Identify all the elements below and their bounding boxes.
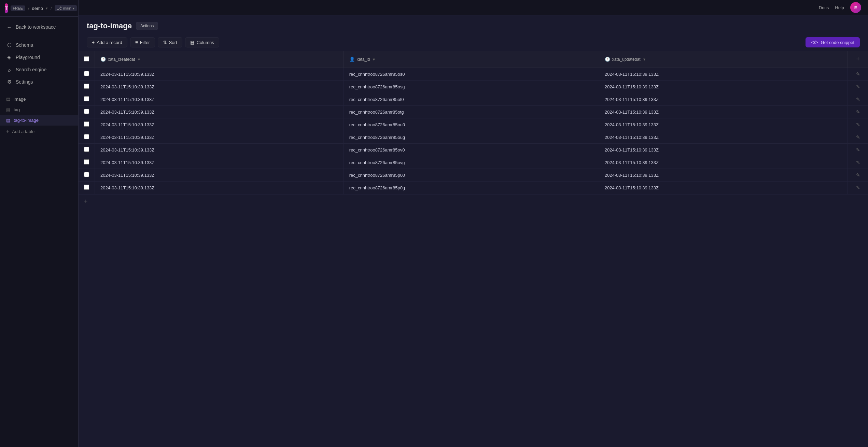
data-table-container: 🕐 xata_createdat ▼ 👤 xata_id ▼: [79, 51, 868, 447]
page-title: tag-to-image: [87, 21, 132, 30]
row-checkbox-5[interactable]: [84, 134, 89, 139]
table-icon: ▤: [6, 118, 10, 123]
branch-chevron: ▾: [73, 6, 74, 10]
sidebar-item-schema[interactable]: ⬡ Schema: [0, 39, 78, 51]
playground-icon: ◈: [6, 54, 12, 60]
sidebar-item-playground[interactable]: ◈ Playground: [0, 51, 78, 63]
divider2: [0, 91, 78, 91]
table-row: 2024-03-11T15:10:39.133Z rec_cnnhtroo872…: [79, 182, 868, 194]
row-checkbox-9[interactable]: [84, 185, 89, 190]
row-checkbox-2[interactable]: [84, 96, 89, 101]
branch-tag[interactable]: ⎇ main ▾: [55, 5, 77, 11]
cell-createdat-9: 2024-03-11T15:10:39.133Z: [95, 182, 344, 194]
edit-icon-7[interactable]: ✎: [856, 160, 860, 165]
row-checkbox-cell: [79, 156, 95, 169]
filter-icon: ≡: [135, 40, 138, 45]
edit-icon-3[interactable]: ✎: [856, 109, 860, 115]
updatedat-type-icon: 🕐: [605, 57, 610, 62]
cell-createdat-3: 2024-03-11T15:10:39.133Z: [95, 106, 344, 118]
tier-badge: FREE: [11, 5, 25, 11]
settings-icon: ⚙: [6, 79, 12, 85]
get-code-button[interactable]: </> Get code snippet: [806, 37, 860, 47]
col-updatedat-label: xata_updatedat: [612, 57, 641, 62]
project-chevron[interactable]: ▾: [46, 6, 48, 11]
row-checkbox-7[interactable]: [84, 159, 89, 164]
cell-updatedat-6: 2024-03-11T15:10:39.133Z: [599, 144, 848, 156]
row-checkbox-cell: [79, 182, 95, 194]
table-icon: ▤: [6, 107, 10, 112]
row-checkbox-0[interactable]: [84, 71, 89, 76]
row-checkbox-cell: [79, 169, 95, 182]
table-list: ▤image▤tag▤tag-to-image: [0, 94, 78, 126]
row-checkbox-3[interactable]: [84, 109, 89, 114]
col-id-label: xata_id: [357, 57, 370, 62]
schema-label: Schema: [16, 42, 33, 48]
updatedat-sort-icon[interactable]: ▼: [642, 57, 646, 61]
cell-edit-0: ✎: [848, 68, 868, 81]
sidebar-table-item-tag-to-image[interactable]: ▤tag-to-image: [0, 115, 78, 126]
col-header-updatedat: 🕐 xata_updatedat ▼: [599, 51, 848, 68]
cell-updatedat-4: 2024-03-11T15:10:39.133Z: [599, 118, 848, 131]
edit-icon-5[interactable]: ✎: [856, 134, 860, 140]
cell-createdat-0: 2024-03-11T15:10:39.133Z: [95, 68, 344, 81]
cell-createdat-7: 2024-03-11T15:10:39.133Z: [95, 156, 344, 169]
edit-icon-9[interactable]: ✎: [856, 185, 860, 190]
edit-icon-8[interactable]: ✎: [856, 172, 860, 178]
sort-button[interactable]: ⇅ Sort: [158, 37, 182, 47]
sidebar-table-item-image[interactable]: ▤image: [0, 94, 78, 104]
sidebar-item-search-engine[interactable]: ⌕ Search engine: [0, 63, 78, 76]
table-row: 2024-03-11T15:10:39.133Z rec_cnnhtroo872…: [79, 106, 868, 118]
row-checkbox-8[interactable]: [84, 172, 89, 177]
edit-icon-0[interactable]: ✎: [856, 71, 860, 77]
cell-edit-2: ✎: [848, 93, 868, 106]
cell-createdat-6: 2024-03-11T15:10:39.133Z: [95, 144, 344, 156]
createdat-type-icon: 🕐: [100, 57, 106, 62]
avatar[interactable]: E: [850, 2, 861, 13]
add-table-label: Add a table: [12, 129, 34, 134]
sidebar-topbar: T FREE / demo ▾ / ⎇ main ▾: [0, 0, 78, 17]
back-label: Back to workspace: [16, 24, 56, 30]
row-checkbox-cell: [79, 131, 95, 144]
id-sort-icon[interactable]: ▼: [372, 57, 376, 61]
logo-icon: T: [5, 3, 8, 13]
row-checkbox-6[interactable]: [84, 147, 89, 152]
add-table-button[interactable]: + Add a table: [0, 126, 78, 137]
sidebar-nav: ← Back to workspace ⬡ Schema ◈ Playgroun…: [0, 17, 78, 141]
cell-id-0: rec_cnnhtroo8726amr85os0: [344, 68, 599, 81]
row-checkbox-4[interactable]: [84, 121, 89, 127]
add-record-button[interactable]: + Add a record: [87, 37, 127, 47]
sidebar-item-back[interactable]: ← Back to workspace: [0, 21, 78, 33]
add-record-label: Add a record: [97, 40, 122, 45]
cell-edit-4: ✎: [848, 118, 868, 131]
col-header-add: +: [848, 51, 868, 68]
columns-button[interactable]: ▦ Columns: [185, 37, 219, 47]
table-label: tag-to-image: [14, 118, 39, 123]
edit-icon-4[interactable]: ✎: [856, 122, 860, 127]
divider1: [0, 36, 78, 36]
col-header-id: 👤 xata_id ▼: [344, 51, 599, 68]
cell-id-5: rec_cnnhtroo8726amr85oug: [344, 131, 599, 144]
add-row-button[interactable]: +: [79, 194, 868, 208]
cell-edit-1: ✎: [848, 81, 868, 93]
edit-icon-6[interactable]: ✎: [856, 147, 860, 153]
page-header: tag-to-image Actions: [79, 15, 868, 35]
row-checkbox-1[interactable]: [84, 84, 89, 89]
filter-button[interactable]: ≡ Filter: [130, 37, 155, 47]
sidebar-item-settings[interactable]: ⚙ Settings: [0, 76, 78, 88]
cell-updatedat-5: 2024-03-11T15:10:39.133Z: [599, 131, 848, 144]
docs-link[interactable]: Docs: [819, 5, 829, 10]
schema-icon: ⬡: [6, 42, 12, 48]
cell-updatedat-9: 2024-03-11T15:10:39.133Z: [599, 182, 848, 194]
help-link[interactable]: Help: [835, 5, 844, 10]
row-checkbox-cell: [79, 106, 95, 118]
createdat-sort-icon[interactable]: ▼: [137, 57, 141, 61]
edit-icon-1[interactable]: ✎: [856, 84, 860, 89]
cell-edit-9: ✎: [848, 182, 868, 194]
add-column-button[interactable]: +: [853, 54, 863, 64]
actions-button[interactable]: Actions: [136, 22, 158, 30]
sort-label: Sort: [169, 40, 177, 45]
project-name[interactable]: demo: [32, 6, 43, 11]
edit-icon-2[interactable]: ✎: [856, 97, 860, 102]
select-all-checkbox[interactable]: [84, 56, 89, 61]
sidebar-table-item-tag[interactable]: ▤tag: [0, 104, 78, 115]
